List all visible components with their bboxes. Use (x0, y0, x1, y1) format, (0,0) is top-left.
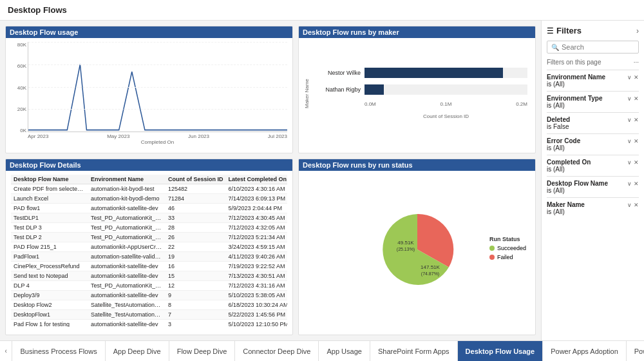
maker-chart-title: Desktop Flow runs by maker (299, 26, 535, 38)
filter-item[interactable]: Desktop Flow Name ∨ ✕ is (All) (547, 176, 639, 197)
table-row: Test DLP 3Test_PD_AutomationKit_Satellit… (11, 223, 287, 233)
filter-item-header: Deleted ∨ ✕ (547, 116, 639, 123)
table-cell: 33 (166, 213, 226, 223)
clear-filter-icon[interactable]: ✕ (634, 95, 639, 102)
table-cell: Test DLP 3 (11, 223, 88, 233)
search-input[interactable] (562, 43, 634, 51)
x-axis-title: Completed On (28, 139, 287, 145)
tab-flow-deep-dive[interactable]: Flow Deep Dive (169, 341, 236, 361)
chevron-down-icon[interactable]: ∨ (627, 159, 632, 166)
tab-connector-deep-dive[interactable]: Connector Deep Dive (235, 341, 319, 361)
tab-app-deep-dive[interactable]: App Deep Dive (106, 341, 169, 361)
details-title: Desktop Flow Details (6, 159, 292, 171)
table-cell: 7 (166, 310, 226, 320)
table-cell: automation-kit-byodl-test (88, 184, 166, 194)
x-label-jun: Jun 2023 (188, 133, 209, 139)
table-row: Create PDF from selected PDF page(s) - C… (11, 184, 287, 194)
table-cell: 28 (166, 223, 226, 233)
table-cell: DesktopFlow1 (11, 310, 88, 320)
x-label-01m: 0.1M (440, 101, 452, 107)
tab-power[interactable]: Power (627, 341, 644, 361)
table-cell: 26 (166, 233, 226, 242)
clear-filter-icon[interactable]: ✕ (634, 74, 639, 81)
tab-power-apps-adoption[interactable]: Power Apps Adoption (543, 341, 627, 361)
chevron-down-icon[interactable]: ∨ (627, 180, 632, 187)
table-cell: automation-satellite-validation (88, 252, 166, 262)
table-cell: automationkit-satellite-dev (88, 291, 166, 300)
tab-business-process-flows[interactable]: Business Process Flows (12, 341, 105, 361)
clear-filter-icon[interactable]: ✕ (634, 180, 639, 187)
table-row: Test DLP 2Test_PD_AutomationKit_Satellit… (11, 233, 287, 242)
clear-filter-icon[interactable]: ✕ (634, 138, 639, 144)
filters-title: Filters (556, 26, 582, 35)
table-cell: 7/12/2023 4:31:16 AM (226, 281, 288, 291)
tab-desktop-flow-usage[interactable]: Desktop Flow Usage (458, 341, 544, 361)
filter-label: Deleted (547, 116, 570, 123)
filter-item[interactable]: Deleted ∨ ✕ is False (547, 112, 639, 133)
filter-item[interactable]: Environment Name ∨ ✕ is (All) (547, 70, 639, 91)
clear-filter-icon[interactable]: ✕ (634, 117, 639, 123)
tab-app-usage[interactable]: App Usage (319, 341, 370, 361)
usage-chart-title: Desktop Flow usage (6, 26, 292, 38)
table-cell: automationkit-satellite-dev (88, 204, 166, 213)
chevron-down-icon[interactable]: ∨ (627, 117, 632, 123)
status-chart-card: Desktop Flow runs by run status 49.51K (298, 159, 536, 335)
filter-value: is (All) (547, 187, 639, 194)
table-cell: 125482 (166, 184, 226, 194)
filter-items-container: Environment Name ∨ ✕ is (All) Environmen… (547, 70, 639, 219)
table-cell: Desktop Flow2 (11, 300, 88, 310)
maker-row-nathan: Nathan Rigby (316, 84, 527, 95)
filter-item[interactable]: Environment Type ∨ ✕ is (All) (547, 91, 639, 112)
chevron-down-icon[interactable]: ∨ (627, 138, 632, 144)
y-label-60k: 60K (11, 63, 26, 69)
clear-filter-icon[interactable]: ✕ (634, 202, 639, 208)
search-box[interactable]: 🔍 (547, 41, 639, 54)
chevron-down-icon[interactable]: ∨ (627, 74, 632, 81)
filter-item[interactable]: Error Code ∨ ✕ is (All) (547, 133, 639, 155)
filter-value: is (All) (547, 166, 639, 173)
chevron-down-icon[interactable]: ∨ (627, 202, 632, 208)
filter-value: is (All) (547, 81, 639, 88)
filter-icon: ☰ (547, 26, 554, 35)
succeeded-pct: (74.87%) (421, 271, 439, 277)
page-header: Desktop Flows (0, 0, 644, 21)
table-header-row: Desktop Flow Name Environment Name Count… (11, 175, 287, 184)
table-cell: 7/14/2023 6:09:13 PM (226, 194, 288, 204)
dashboard: Desktop Flow usage 80K 60K 40K 20K 0K (0, 21, 541, 340)
table-cell: Create PDF from selected PDF page(s) - C… (11, 184, 88, 194)
table-cell: automationkit-satellite-dev (88, 271, 166, 281)
filter-item[interactable]: Maker Name ∨ ✕ is (All) (547, 197, 639, 219)
filter-label: Maker Name (547, 201, 585, 208)
tab-sharepoint-form-apps[interactable]: SharePoint Form Apps (370, 341, 458, 361)
filter-item[interactable]: Completed On ∨ ✕ is (All) (547, 155, 639, 176)
filter-label: Desktop Flow Name (547, 180, 608, 187)
table-cell: Send text to Notepad (11, 271, 88, 281)
table-cell: CinePlex_ProcessRefund (11, 262, 88, 271)
table-cell: 5/9/2023 2:04:44 PM (226, 204, 288, 213)
col-latest-completed: Latest Completed On (226, 175, 288, 184)
y-label-20k: 20K (11, 106, 26, 112)
filter-item-header: Error Code ∨ ✕ (547, 137, 639, 144)
clear-filter-icon[interactable]: ✕ (634, 159, 639, 166)
maker-bar-nathan (365, 84, 527, 95)
table-cell: 7/12/2023 5:21:34 AM (226, 233, 288, 242)
filter-icons: ∨ ✕ (627, 202, 639, 208)
filter-item-header: Maker Name ∨ ✕ (547, 201, 639, 208)
filter-value: is (All) (547, 102, 639, 109)
filters-close-btn[interactable]: › (636, 26, 639, 35)
filter-icons: ∨ ✕ (627, 117, 639, 123)
table-row: Pad Flow 1 for testingautomationkit-sate… (11, 320, 287, 327)
x-label-jul: Jul 2023 (268, 133, 287, 139)
tab-nav-left[interactable]: ‹ (0, 341, 12, 361)
pie-container: 49.51K (25.13%) 147.51K (74.87%) Run Sta… (304, 175, 530, 324)
filter-icons: ∨ ✕ (627, 138, 639, 144)
table-cell: PadFlow1 (11, 252, 88, 262)
chevron-down-icon[interactable]: ∨ (627, 95, 632, 102)
y-label-80k: 80K (11, 42, 26, 48)
table-row: DesktopFlow1Satellite_TestAutomationKIT7… (11, 310, 287, 320)
table-row: Launch Excelautomation-kit-byodl-demo712… (11, 194, 287, 204)
table-cell: Test_PD_AutomationKit_Satellite (88, 281, 166, 291)
table-cell: 9 (166, 291, 226, 300)
status-chart-title: Desktop Flow runs by run status (299, 159, 535, 171)
table-row: PAD Flow 215_1automationkit-AppUserCreat… (11, 242, 287, 252)
